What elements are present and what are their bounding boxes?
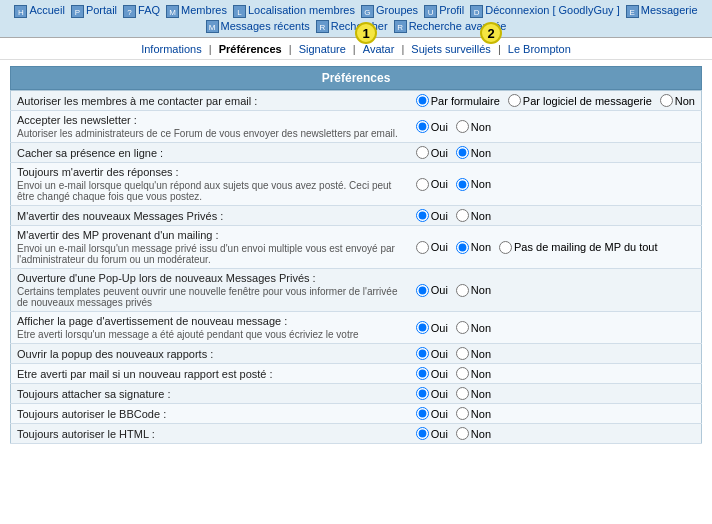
radio-newmp-yes[interactable]: Oui (416, 209, 448, 222)
nav-groupes[interactable]: GGroupes (361, 4, 418, 18)
radio-popreport-yes[interactable]: Oui (416, 347, 448, 360)
pref-row-popup-reports: Ouvrir la popup des nouveaux rapports : … (11, 344, 702, 364)
sep3: | (353, 43, 359, 55)
nav-localisation[interactable]: LLocalisation membres (233, 4, 355, 18)
nav-portail[interactable]: PPortail (71, 4, 117, 18)
radio-popreport-no[interactable]: Non (456, 347, 491, 360)
pref-label-contact-email: Autoriser les membres à me contacter par… (11, 91, 410, 111)
radio-replies-yes-input[interactable] (416, 178, 429, 191)
breadcrumb-brompton[interactable]: Le Brompton (508, 43, 571, 55)
rechercher-icon: R (316, 20, 329, 33)
breadcrumb-avatar[interactable]: Avatar (363, 43, 395, 55)
radio-replies-no[interactable]: Non (456, 178, 491, 191)
pref-label-mp-mailing: M'avertir des MP provenant d'un mailing … (11, 226, 410, 269)
radio-popreport-no-input[interactable] (456, 347, 469, 360)
radio-newsletter-no[interactable]: Non (456, 120, 491, 133)
radio-presence-no-input[interactable] (456, 146, 469, 159)
pref-options-always-signature: Oui Non (410, 384, 702, 404)
radio-popreport-yes-input[interactable] (416, 347, 429, 360)
radio-html-yes[interactable]: Oui (416, 427, 448, 440)
radio-mailing-yes-input[interactable] (416, 241, 429, 254)
radio-replies-no-input[interactable] (456, 178, 469, 191)
sep4: | (401, 43, 407, 55)
radio-msgwarn-yes[interactable]: Oui (416, 321, 448, 334)
radio-sig-no-input[interactable] (456, 387, 469, 400)
breadcrumb-sujets[interactable]: Sujets surveillés (411, 43, 490, 55)
callout-1: 1 (355, 22, 377, 44)
pref-options-popup-mp: Oui Non (410, 269, 702, 312)
radio-reportmail-no-input[interactable] (456, 367, 469, 380)
radio-newsletter-no-input[interactable] (456, 120, 469, 133)
messages-recents-icon: M (206, 20, 219, 33)
callout-2: 2 (480, 22, 502, 44)
radio-form-input[interactable] (416, 94, 429, 107)
pref-options-always-bbcode: Oui Non (410, 404, 702, 424)
radio-bbcode-no-input[interactable] (456, 407, 469, 420)
nav-accueil[interactable]: HAccueil (14, 4, 64, 18)
radio-newmp-no[interactable]: Non (456, 209, 491, 222)
page-wrapper: 1 2 3 HAccueil PPortail ?FAQ MMembres LL… (0, 0, 712, 450)
nav-membres[interactable]: MMembres (166, 4, 227, 18)
radio-sig-yes-input[interactable] (416, 387, 429, 400)
nav-messages-recents[interactable]: MMessages récents (206, 20, 310, 34)
radio-mailing-none[interactable]: Pas de mailing de MP du tout (499, 241, 658, 254)
radio-bbcode-yes-input[interactable] (416, 407, 429, 420)
pref-label-new-mp: M'avertir des nouveaux Messages Privés : (11, 206, 410, 226)
radio-newmp-no-input[interactable] (456, 209, 469, 222)
nav-deconnexion[interactable]: DDéconnexion [ GoodlyGuy ] (470, 4, 620, 18)
radio-mailing-no-input[interactable] (456, 241, 469, 254)
radio-sig-no[interactable]: Non (456, 387, 491, 400)
radio-form[interactable]: Par formulaire (416, 94, 500, 107)
breadcrumb: Informations | Préférences | Signature |… (0, 38, 712, 60)
radio-newmp-yes-input[interactable] (416, 209, 429, 222)
radio-popup-yes-input[interactable] (416, 284, 429, 297)
pref-label-popup-mp: Ouverture d'une Pop-Up lors de nouveaux … (11, 269, 410, 312)
nav-messagerie[interactable]: EMessagerie (626, 4, 698, 18)
radio-mailing-none-input[interactable] (499, 241, 512, 254)
radio-newsletter-yes[interactable]: Oui (416, 120, 448, 133)
pref-row-mp-mailing: M'avertir des MP provenant d'un mailing … (11, 226, 702, 269)
radio-presence-yes-input[interactable] (416, 146, 429, 159)
nav-profil[interactable]: UProfil (424, 4, 464, 18)
radio-reportmail-yes-input[interactable] (416, 367, 429, 380)
radio-client-input[interactable] (508, 94, 521, 107)
radio-html-yes-input[interactable] (416, 427, 429, 440)
radio-popup-no-input[interactable] (456, 284, 469, 297)
radio-html-no[interactable]: Non (456, 427, 491, 440)
radio-client[interactable]: Par logiciel de messagerie (508, 94, 652, 107)
localisation-icon: L (233, 5, 246, 18)
radio-reportmail-yes[interactable]: Oui (416, 367, 448, 380)
radio-presence-no[interactable]: Non (456, 146, 491, 159)
radio-mailing-no[interactable]: Non (456, 241, 491, 254)
faq-icon: ? (123, 5, 136, 18)
radio-no[interactable]: Non (660, 94, 695, 107)
pref-options-new-msg-warning: Oui Non (410, 312, 702, 344)
radio-replies-yes[interactable]: Oui (416, 178, 448, 191)
radio-bbcode-no[interactable]: Non (456, 407, 491, 420)
radio-presence-yes[interactable]: Oui (416, 146, 448, 159)
radio-reportmail-no[interactable]: Non (456, 367, 491, 380)
pref-row-popup-mp: Ouverture d'une Pop-Up lors de nouveaux … (11, 269, 702, 312)
radio-popup-yes[interactable]: Oui (416, 284, 448, 297)
radio-sig-yes[interactable]: Oui (416, 387, 448, 400)
radio-msgwarn-yes-input[interactable] (416, 321, 429, 334)
breadcrumb-informations[interactable]: Informations (141, 43, 202, 55)
nav-faq[interactable]: ?FAQ (123, 4, 160, 18)
pref-row-contact-email: Autoriser les membres à me contacter par… (11, 91, 702, 111)
pref-options-new-replies: Oui Non (410, 163, 702, 206)
radio-msgwarn-no-input[interactable] (456, 321, 469, 334)
radio-no-input[interactable] (660, 94, 673, 107)
radio-msgwarn-no[interactable]: Non (456, 321, 491, 334)
pref-row-always-signature: Toujours attacher sa signature : Oui Non (11, 384, 702, 404)
radio-mailing-yes[interactable]: Oui (416, 241, 448, 254)
radio-newsletter-yes-input[interactable] (416, 120, 429, 133)
radio-bbcode-yes[interactable]: Oui (416, 407, 448, 420)
radio-popup-no[interactable]: Non (456, 284, 491, 297)
radio-html-no-input[interactable] (456, 427, 469, 440)
pref-options-always-html: Oui Non (410, 424, 702, 444)
messagerie-icon: E (626, 5, 639, 18)
pref-options-popup-reports: Oui Non (410, 344, 702, 364)
breadcrumb-signature[interactable]: Signature (299, 43, 346, 55)
breadcrumb-preferences[interactable]: Préférences (219, 43, 282, 55)
pref-options-presence: Oui Non (410, 143, 702, 163)
